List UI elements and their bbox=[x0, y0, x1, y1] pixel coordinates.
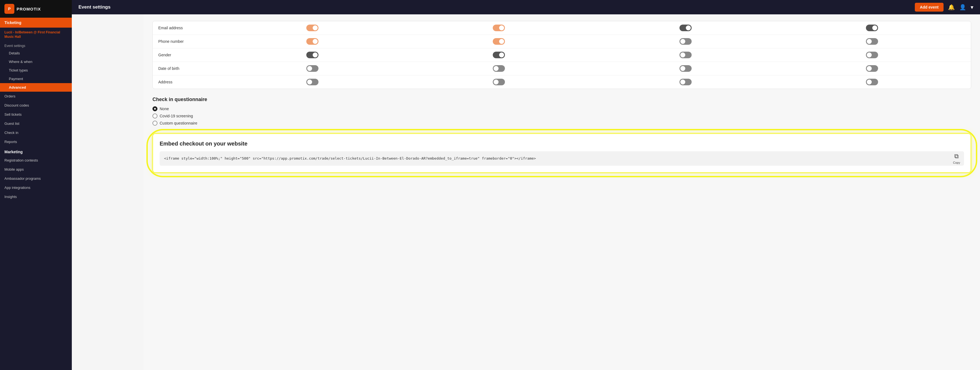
toggle-cell bbox=[592, 38, 779, 45]
sidebar-logo: P PROMOTIX bbox=[0, 0, 72, 17]
table-row: Email address bbox=[153, 21, 971, 35]
row-label-email: Email address bbox=[158, 26, 219, 30]
radio-label-none: None bbox=[160, 106, 169, 111]
row-label-phone: Phone number bbox=[158, 39, 219, 44]
toggle-gender-col2[interactable] bbox=[493, 52, 505, 58]
embed-section: Embed checkout on your website <iframe s… bbox=[153, 133, 971, 173]
table-row: Address bbox=[153, 75, 971, 89]
sidebar-item-payment[interactable]: Payment bbox=[0, 75, 72, 83]
toggle-phone-col1[interactable] bbox=[306, 38, 318, 45]
sidebar-item-sell-tickets[interactable]: Sell tickets bbox=[0, 110, 72, 119]
toggle-cell bbox=[219, 52, 406, 58]
radio-circle-custom[interactable] bbox=[153, 121, 158, 125]
page-title: Event settings bbox=[78, 5, 110, 10]
toggle-email-col4[interactable] bbox=[866, 25, 878, 31]
questionnaire-radio-group: None Covid-19 screening Custom questionn… bbox=[153, 106, 971, 125]
sidebar-event-name[interactable]: Lucii - In/Between @ First Financial Mus… bbox=[0, 28, 72, 42]
sidebar-item-discount-codes[interactable]: Discount codes bbox=[0, 101, 72, 110]
chevron-down-icon[interactable]: ▾ bbox=[970, 4, 974, 11]
row-label-address: Address bbox=[158, 80, 219, 84]
check-in-questionnaire-title: Check in questionnaire bbox=[153, 97, 971, 102]
toggle-cell bbox=[592, 25, 779, 31]
toggle-phone-col4[interactable] bbox=[866, 38, 878, 45]
radio-label-covid: Covid-19 screening bbox=[160, 114, 193, 118]
sidebar-item-insights[interactable]: Insights bbox=[0, 192, 72, 201]
sidebar-item-app-integrations[interactable]: App integrations bbox=[0, 183, 72, 192]
sidebar-item-guest-list[interactable]: Guest list bbox=[0, 119, 72, 128]
toggle-cell bbox=[592, 79, 779, 85]
toggle-cell bbox=[779, 52, 966, 58]
header-actions: Add event 🔔 👤 ▾ bbox=[915, 3, 974, 11]
radio-circle-none[interactable] bbox=[153, 106, 158, 111]
toggle-gender-col4[interactable] bbox=[866, 52, 878, 58]
toggle-gender-col3[interactable] bbox=[679, 52, 692, 58]
sidebar-item-mobile-apps[interactable]: Mobile apps bbox=[0, 165, 72, 174]
toggle-dob-col3[interactable] bbox=[679, 65, 692, 72]
sidebar-item-where-when[interactable]: Where & when bbox=[0, 57, 72, 66]
sidebar-marketing-header: Marketing bbox=[0, 146, 72, 156]
table-row: Phone number bbox=[153, 35, 971, 48]
toggle-cell bbox=[779, 79, 966, 85]
settings-table: Email address Phone number Gender Date o… bbox=[153, 21, 971, 89]
row-label-gender: Gender bbox=[158, 53, 219, 57]
embed-title: Embed checkout on your website bbox=[160, 141, 964, 147]
toggle-gender-col1[interactable] bbox=[306, 52, 318, 58]
toggle-cell bbox=[779, 38, 966, 45]
embed-code-text: <iframe style="width:100%;" height="500"… bbox=[164, 156, 536, 160]
toggle-phone-col3[interactable] bbox=[679, 38, 692, 45]
toggle-dob-col4[interactable] bbox=[866, 65, 878, 72]
toggle-cell bbox=[406, 38, 592, 45]
logo-icon: P bbox=[5, 4, 14, 14]
notifications-icon[interactable]: 🔔 bbox=[948, 4, 955, 11]
user-icon[interactable]: 👤 bbox=[959, 4, 966, 11]
embed-code-box: <iframe style="width:100%;" height="500"… bbox=[160, 151, 964, 166]
toggle-dob-col1[interactable] bbox=[306, 65, 318, 72]
sidebar-item-details[interactable]: Details bbox=[0, 49, 72, 57]
toggle-email-col3[interactable] bbox=[679, 25, 692, 31]
toggle-address-col1[interactable] bbox=[306, 79, 318, 85]
row-label-dob: Date of birth bbox=[158, 66, 219, 71]
sidebar-item-reports[interactable]: Reports bbox=[0, 137, 72, 146]
sidebar: P PROMOTIX Ticketing Lucii - In/Between … bbox=[0, 0, 72, 370]
sidebar-item-orders[interactable]: Orders bbox=[0, 92, 72, 101]
toggle-email-col1[interactable] bbox=[306, 25, 318, 31]
sidebar-item-advanced[interactable]: Advanced bbox=[0, 83, 72, 92]
copy-button[interactable]: ⧉ Copy bbox=[953, 153, 960, 164]
toggle-cell bbox=[219, 65, 406, 72]
add-event-button[interactable]: Add event bbox=[915, 3, 943, 11]
radio-item-none[interactable]: None bbox=[153, 106, 971, 111]
toggle-address-col3[interactable] bbox=[679, 79, 692, 85]
toggle-dob-col2[interactable] bbox=[493, 65, 505, 72]
sidebar-event-settings-label: Event settings bbox=[0, 42, 72, 49]
toggle-cell bbox=[592, 65, 779, 72]
radio-label-custom: Custom questionnaire bbox=[160, 121, 197, 125]
sidebar-ticketing-header: Ticketing bbox=[0, 17, 72, 28]
toggle-cell bbox=[779, 25, 966, 31]
radio-circle-covid[interactable] bbox=[153, 113, 158, 119]
radio-item-covid[interactable]: Covid-19 screening bbox=[153, 113, 971, 119]
sidebar-item-check-in[interactable]: Check in bbox=[0, 128, 72, 137]
sidebar-item-registration-contests[interactable]: Registration contests bbox=[0, 156, 72, 165]
toggle-cell bbox=[406, 25, 592, 31]
toggle-cell bbox=[406, 52, 592, 58]
toggle-phone-col2[interactable] bbox=[493, 38, 505, 45]
toggle-address-col2[interactable] bbox=[493, 79, 505, 85]
radio-item-custom[interactable]: Custom questionnaire bbox=[153, 121, 971, 125]
toggle-cell bbox=[219, 79, 406, 85]
table-row: Gender bbox=[153, 48, 971, 62]
sidebar-item-ambassador-programs[interactable]: Ambassador programs bbox=[0, 174, 72, 183]
table-row: Date of birth bbox=[153, 62, 971, 75]
header: Event settings Add event 🔔 👤 ▾ bbox=[72, 0, 980, 14]
copy-label: Copy bbox=[953, 161, 960, 164]
copy-icon: ⧉ bbox=[954, 153, 959, 160]
toggle-cell bbox=[592, 52, 779, 58]
logo-text: PROMOTIX bbox=[17, 6, 41, 11]
toggle-cell bbox=[406, 65, 592, 72]
toggle-address-col4[interactable] bbox=[866, 79, 878, 85]
toggle-email-col2[interactable] bbox=[493, 25, 505, 31]
toggle-cell bbox=[406, 79, 592, 85]
toggle-cell bbox=[219, 25, 406, 31]
toggle-cell bbox=[779, 65, 966, 72]
sidebar-item-ticket-types[interactable]: Ticket types bbox=[0, 66, 72, 75]
toggle-cell bbox=[219, 38, 406, 45]
